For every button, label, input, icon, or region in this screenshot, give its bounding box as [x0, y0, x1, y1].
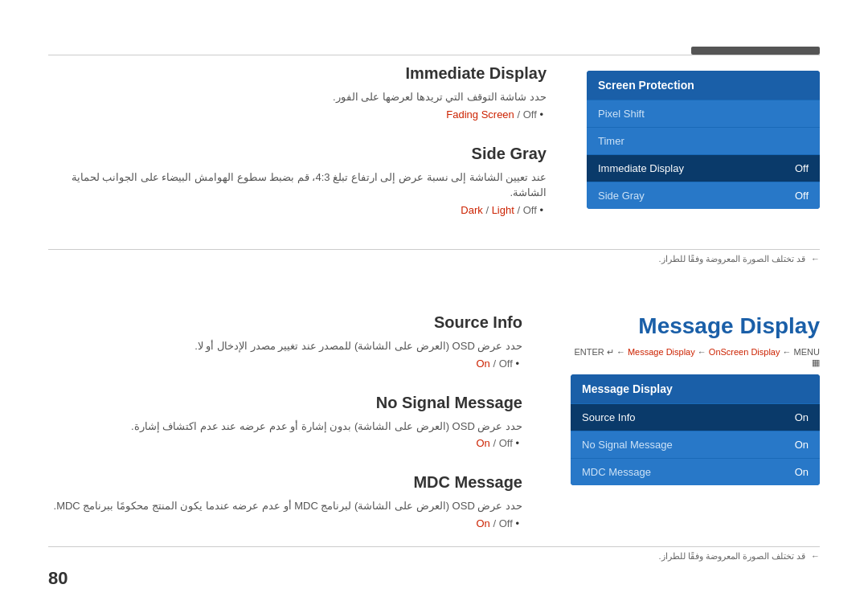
bullet-5: •: [515, 517, 519, 529]
side-gray-menu-label: Side Gray: [598, 190, 645, 202]
no-signal-options: • On / Off: [48, 437, 522, 449]
top-divider: [48, 55, 820, 55]
message-display-panel: Message Display ENTER ↵ ← Message Displa…: [571, 313, 820, 485]
message-display-menu: Message Display Source Info On No Signal…: [571, 374, 820, 485]
screen-protection-header: Screen Protection: [587, 71, 820, 100]
top-section-divider: [48, 249, 820, 250]
bc-onscreen-display: OnScreen Display: [709, 347, 780, 357]
source-off-option: Off: [499, 358, 513, 370]
side-gray-title: Side Gray: [48, 145, 547, 163]
timer-label: Timer: [598, 135, 624, 147]
off-option-2: Off: [523, 204, 537, 216]
message-display-menu-header: Message Display: [571, 374, 820, 403]
bottom-note-text: قد تختلف الصورة المعروضة وفقًا للطراز.: [659, 551, 805, 561]
pixel-shift-item[interactable]: Pixel Shift: [587, 100, 820, 127]
dark-option: Dark: [461, 204, 482, 216]
side-gray-menu-value: Off: [795, 190, 809, 202]
mdc-message-menu-value: On: [795, 466, 809, 478]
screen-protection-panel: Screen Protection Pixel Shift Timer Imme…: [587, 71, 820, 209]
no-signal-title: No Signal Message: [48, 394, 522, 412]
mdc-message-title: MDC Message: [48, 473, 522, 492]
top-note-arrow: ←: [811, 254, 820, 264]
mdc-off-option: Off: [499, 517, 513, 529]
enter-label: ENTER: [574, 347, 606, 357]
immediate-display-menu-label: Immediate Display: [598, 162, 684, 174]
bottom-note-arrow: ←: [811, 551, 820, 561]
off-option-1: Off: [523, 108, 537, 121]
pixel-shift-label: Pixel Shift: [598, 108, 645, 120]
bc-menu-icon: ▦: [812, 358, 820, 367]
sep2: /: [517, 204, 522, 216]
enter-icon: ↵: [607, 347, 614, 357]
bc-sep-3: ←: [783, 347, 794, 357]
bottom-left-content: Source Info حدد عرض OSD (العرض على الشاش…: [48, 313, 522, 554]
mdc-on-option: On: [477, 517, 490, 529]
sep1: /: [485, 204, 491, 216]
bottom-note: ← قد تختلف الصورة المعروضة وفقًا للطراز.: [659, 551, 820, 562]
immediate-display-title: Immediate Display: [48, 64, 547, 83]
immediate-display-arabic: حدد شاشة التوقف التي تريدها لعرضها على ا…: [48, 89, 547, 105]
immediate-sep: /: [517, 108, 522, 121]
side-gray-item[interactable]: Side Gray Off: [587, 182, 820, 209]
bottom-divider: [48, 546, 820, 547]
source-info-menu-value: On: [795, 411, 809, 423]
light-option: Light: [492, 204, 514, 216]
source-info-menu-item[interactable]: Source Info On: [571, 403, 820, 431]
bc-message-display: Message Display: [628, 347, 695, 357]
bc-menu: MENU: [794, 347, 820, 357]
side-gray-arabic: عند تعيين الشاشة إلى نسبة عرض إلى ارتفاع…: [48, 170, 547, 201]
source-info-options: • On / Off: [48, 358, 522, 370]
bullet-2: •: [539, 204, 543, 216]
bc-sep-1: ←: [616, 347, 628, 357]
nosignal-off-option: Off: [499, 437, 513, 449]
mdc-message-menu-label: MDC Message: [582, 466, 651, 478]
nosignal-on-option: On: [477, 437, 490, 449]
bullet-4: •: [515, 437, 519, 449]
no-signal-section: No Signal Message حدد عرض OSD (العرض على…: [48, 394, 522, 450]
bullet-3: •: [515, 358, 519, 370]
page-number: 80: [48, 568, 68, 589]
source-info-title: Source Info: [48, 313, 522, 332]
bullet-1: •: [539, 108, 543, 121]
top-note-text: قد تختلف الصورة المعروضة وفقًا للطراز.: [659, 254, 805, 264]
breadcrumb: ENTER ↵ ← Message Display ← OnScreen Dis…: [571, 347, 820, 368]
immediate-display-item[interactable]: Immediate Display Off: [587, 154, 820, 182]
source-info-arabic: حدد عرض OSD (العرض على الشاشة) للمصدر عن…: [48, 338, 522, 354]
left-top-content: Immediate Display حدد شاشة التوقف التي ت…: [48, 64, 547, 240]
timer-item[interactable]: Timer: [587, 127, 820, 154]
top-bar-decoration: [691, 47, 820, 55]
nosignal-sep: /: [493, 437, 498, 449]
no-signal-menu-value: On: [795, 439, 809, 451]
mdc-message-arabic: حدد عرض OSD (العرض على الشاشة) لبرنامج M…: [48, 498, 522, 514]
side-gray-section: Side Gray عند تعيين الشاشة إلى نسبة عرض …: [48, 145, 547, 216]
mdc-sep: /: [493, 517, 498, 529]
source-info-section: Source Info حدد عرض OSD (العرض على الشاش…: [48, 313, 522, 370]
immediate-display-menu-value: Off: [795, 162, 809, 174]
mdc-message-section: MDC Message حدد عرض OSD (العرض على الشاش…: [48, 473, 522, 529]
immediate-display-options: • Fading Screen / Off: [48, 108, 547, 121]
no-signal-menu-label: No Signal Message: [582, 439, 673, 451]
bc-sep-2: ←: [698, 347, 709, 357]
fading-screen-option: Fading Screen: [446, 108, 514, 121]
mdc-message-menu-item[interactable]: MDC Message On: [571, 458, 820, 485]
no-signal-arabic: حدد عرض OSD (العرض على الشاشة) بدون إشار…: [48, 419, 522, 435]
mdc-message-options: • On / Off: [48, 517, 522, 529]
screen-protection-menu: Screen Protection Pixel Shift Timer Imme…: [587, 71, 820, 209]
message-display-title: Message Display: [571, 313, 820, 339]
source-on-option: On: [477, 358, 490, 370]
source-info-menu-label: Source Info: [582, 411, 636, 423]
no-signal-menu-item[interactable]: No Signal Message On: [571, 431, 820, 458]
immediate-display-section: Immediate Display حدد شاشة التوقف التي ت…: [48, 64, 547, 121]
side-gray-options: • Dark / Light / Off: [48, 204, 547, 216]
top-note: ← قد تختلف الصورة المعروضة وفقًا للطراز.: [659, 254, 820, 264]
source-sep: /: [493, 358, 498, 370]
